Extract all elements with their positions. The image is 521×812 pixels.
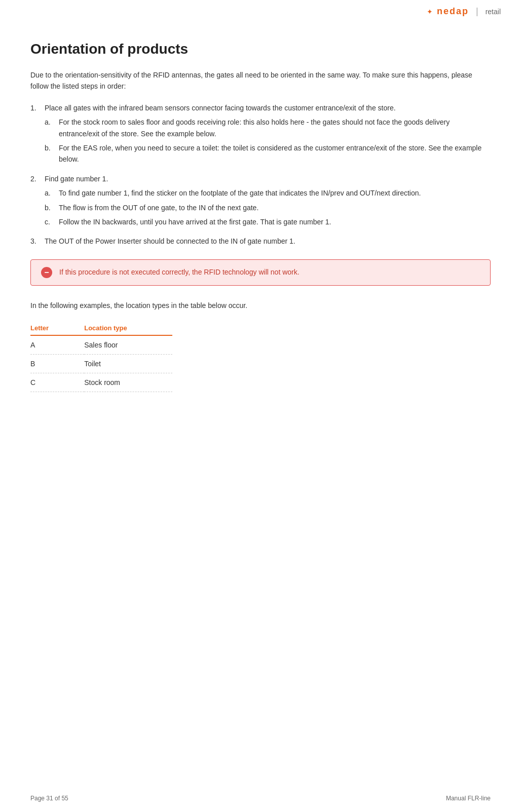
sub-letter: c. xyxy=(45,216,55,227)
table-row: BToilet xyxy=(30,355,172,373)
table-header-letter: Letter xyxy=(30,321,84,335)
page-header: ✦ nedap | retail xyxy=(0,0,521,21)
table-cell-letter: C xyxy=(30,373,84,392)
page-footer: Page 31 of 55 Manual FLR-line xyxy=(0,795,521,802)
logo-divider: | xyxy=(476,6,478,17)
intro-paragraph: Due to the orientation-sensitivity of th… xyxy=(30,69,491,92)
footer-manual: Manual FLR-line xyxy=(446,795,491,802)
list-item-text: Find gate number 1. xyxy=(45,175,108,183)
table-cell-letter: B xyxy=(30,355,84,373)
sub-letter: b. xyxy=(45,202,55,213)
sub-list-item: b. The flow is from the OUT of one gate,… xyxy=(45,202,421,213)
table-header-location: Location type xyxy=(84,321,172,335)
sub-item-text: To find gate number 1, find the sticker … xyxy=(59,187,421,199)
list-item: 2. Find gate number 1. a. To find gate n… xyxy=(30,173,491,231)
table-row: ASales floor xyxy=(30,335,172,355)
logo-area: ✦ nedap | retail xyxy=(427,6,501,17)
list-item-text: Place all gates with the infrared beam s… xyxy=(45,104,396,112)
logo-star-icon: ✦ xyxy=(427,8,433,16)
table-row: CStock room xyxy=(30,373,172,392)
sub-item-text: Follow the IN backwards, until you have … xyxy=(59,216,331,227)
sub-letter: a. xyxy=(45,187,55,199)
logo-name: nedap xyxy=(437,6,469,17)
warning-text: If this procedure is not executed correc… xyxy=(59,267,300,278)
sub-item-text: For the stock room to sales floor and go… xyxy=(59,117,491,139)
sub-list-item: a. To find gate number 1, find the stick… xyxy=(45,187,421,199)
list-item-content: The OUT of the Power Inserter should be … xyxy=(45,236,295,247)
warning-icon xyxy=(41,267,52,278)
list-item-content: Place all gates with the infrared beam s… xyxy=(45,102,491,168)
sub-list-item: a. For the stock room to sales floor and… xyxy=(45,117,491,139)
list-item-content: Find gate number 1. a. To find gate numb… xyxy=(45,173,421,231)
main-content: Orientation of products Due to the orien… xyxy=(0,21,521,422)
table-cell-location: Toilet xyxy=(84,355,172,373)
list-number: 2. xyxy=(30,173,41,231)
sub-letter: b. xyxy=(45,142,55,165)
table-header-row: Letter Location type xyxy=(30,321,172,335)
logo-retail: retail xyxy=(486,8,501,16)
list-item: 3. The OUT of the Power Inserter should … xyxy=(30,236,491,247)
location-table: Letter Location type ASales floorBToilet… xyxy=(30,321,172,392)
sub-list-item: b. For the EAS role, when you need to se… xyxy=(45,142,491,165)
page-title: Orientation of products xyxy=(30,41,491,57)
warning-box: If this procedure is not executed correc… xyxy=(30,259,491,286)
list-item-text: The OUT of the Power Inserter should be … xyxy=(45,237,295,245)
footer-page-info: Page 31 of 55 xyxy=(30,795,68,802)
list-item: 1. Place all gates with the infrared bea… xyxy=(30,102,491,168)
list-number: 1. xyxy=(30,102,41,168)
table-cell-location: Sales floor xyxy=(84,335,172,355)
sub-item-text: The flow is from the OUT of one gate, to… xyxy=(59,202,258,213)
sub-list: a. To find gate number 1, find the stick… xyxy=(45,187,421,227)
follow-paragraph: In the following examples, the location … xyxy=(30,300,491,311)
sub-list: a. For the stock room to sales floor and… xyxy=(45,117,491,165)
table-cell-letter: A xyxy=(30,335,84,355)
sub-letter: a. xyxy=(45,117,55,139)
list-number: 3. xyxy=(30,236,41,247)
sub-item-text: For the EAS role, when you need to secur… xyxy=(59,142,491,165)
table-cell-location: Stock room xyxy=(84,373,172,392)
sub-list-item: c. Follow the IN backwards, until you ha… xyxy=(45,216,421,227)
steps-list: 1. Place all gates with the infrared bea… xyxy=(30,102,491,247)
